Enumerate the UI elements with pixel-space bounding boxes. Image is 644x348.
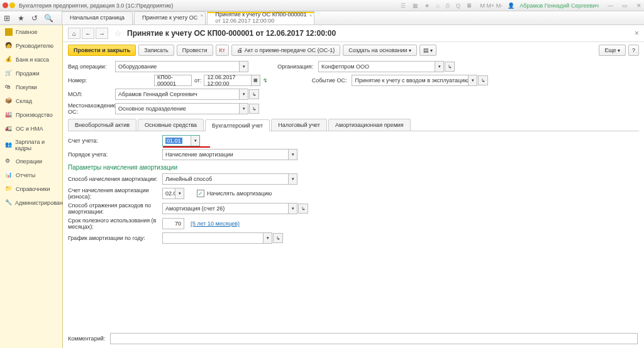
acct2-field[interactable]: 02.01▾ bbox=[162, 188, 184, 199]
amort-checkbox[interactable]: ✓ bbox=[197, 190, 204, 197]
sidebar-item-operations[interactable]: ⚙Операции bbox=[0, 155, 62, 168]
print-button[interactable]: 🖨 Акт о приеме-передаче ОС (ОС-1) bbox=[231, 45, 340, 56]
help-button[interactable]: ? bbox=[628, 45, 639, 56]
tab-accounting[interactable]: Бухгалтерский учет bbox=[205, 119, 270, 131]
method-field[interactable]: Линейный способ▾ bbox=[162, 173, 297, 185]
window-min-icon[interactable]: — bbox=[608, 3, 613, 9]
tab-fixed-assets[interactable]: Основные средства bbox=[138, 119, 204, 131]
close-icon[interactable]: × bbox=[309, 13, 313, 19]
toolbar-icons[interactable]: ☰ ▦ ★ ⌂ ⎙ Q 🖩 bbox=[401, 3, 475, 9]
event-field[interactable]: Принятие к учету с вводом в эксплуатацию… bbox=[352, 75, 477, 86]
sched-field[interactable]: ▾↳ bbox=[162, 232, 272, 244]
event-label: Событие ОС: bbox=[304, 77, 352, 84]
more-button[interactable]: Еще bbox=[599, 45, 626, 56]
sidebar-item-reports[interactable]: 📊Отчеты bbox=[0, 168, 62, 182]
date-label: от: bbox=[194, 77, 201, 84]
tab-tax[interactable]: Налоговый учет bbox=[271, 119, 327, 131]
loc-label: Местонахождение ОС: bbox=[68, 102, 115, 115]
home-button[interactable]: ⌂ bbox=[68, 28, 80, 39]
page-header: ⌂ ← → ☆ Принятие к учету ОС КП00-000001 … bbox=[63, 25, 644, 42]
sidebar-item-assets[interactable]: 🚛ОС и НМА bbox=[0, 122, 62, 136]
main-toolbar: ⊞ ★ ↺ 🔍 Начальная страница Принятие к уч… bbox=[0, 11, 644, 25]
calendar-icon[interactable]: ▦ bbox=[251, 75, 260, 85]
order-label: Порядок учета: bbox=[68, 151, 162, 158]
dt-kt-button[interactable]: Кт bbox=[216, 45, 229, 56]
window-title: Бухгалтерия предприятия, редакция 3.0 (1… bbox=[19, 3, 173, 9]
star-icon[interactable]: ☆ bbox=[114, 29, 122, 38]
date-field[interactable]: 12.06.2017 12:00:00▦ bbox=[204, 75, 260, 86]
content-area: ⌂ ← → ☆ Принятие к учету ОС КП00-000001 … bbox=[63, 25, 644, 348]
action-bar: Провести и закрыть Записать Провести Кт … bbox=[63, 42, 644, 58]
number-label: Номер: bbox=[68, 77, 115, 84]
structure-button[interactable]: ▤ bbox=[419, 45, 436, 56]
save-button[interactable]: Записать bbox=[138, 45, 174, 56]
window-close-icon[interactable]: ✕ bbox=[636, 3, 641, 9]
sidebar-item-stock[interactable]: 📦Склад bbox=[0, 94, 62, 108]
number-field[interactable]: КП00-000001 bbox=[154, 75, 192, 86]
detail-tabs: Внеоборотный актив Основные средства Бух… bbox=[68, 119, 639, 131]
tab-list[interactable]: Принятие к учету ОС× bbox=[134, 11, 206, 24]
sidebar-item-admin[interactable]: 🔧Администрирование bbox=[0, 196, 62, 210]
history-icon[interactable]: ↺ bbox=[28, 12, 42, 24]
navigation-sidebar: Главное 🧑Руководителю 💰Банк и касса 🛒Про… bbox=[0, 25, 63, 348]
mol-field[interactable]: Абрамов Геннадий Сергеевич▾↳ bbox=[115, 89, 248, 100]
refl-label: Способ отражения расходов по амортизации… bbox=[68, 202, 162, 215]
window-titlebar: Бухгалтерия предприятия, редакция 3.0 (1… bbox=[0, 0, 644, 11]
user-name[interactable]: Абрамов Геннадий Сергеевич bbox=[519, 3, 599, 9]
org-label: Организация: bbox=[271, 63, 318, 70]
open-ref-icon[interactable]: ↳ bbox=[298, 204, 308, 214]
open-ref-icon[interactable]: ↳ bbox=[445, 62, 455, 72]
term-hint-link[interactable]: (5 лет 10 месяцев) bbox=[191, 220, 240, 227]
post-and-close-button[interactable]: Провести и закрыть bbox=[68, 45, 136, 56]
tab-asset[interactable]: Внеоборотный актив bbox=[68, 119, 136, 131]
amort-checkbox-label: Начислять амортизацию bbox=[207, 190, 272, 197]
optype-field[interactable]: Оборудование▾ bbox=[115, 61, 248, 72]
acct-field[interactable]: 01.01▾ bbox=[162, 135, 200, 146]
page-close-icon[interactable]: × bbox=[635, 29, 639, 38]
open-ref-icon[interactable]: ↳ bbox=[478, 75, 488, 85]
open-ref-icon[interactable]: ↳ bbox=[249, 104, 259, 114]
close-dot-icon[interactable] bbox=[3, 3, 8, 8]
post-button[interactable]: Провести bbox=[177, 45, 213, 56]
sidebar-item-hr[interactable]: 👥Зарплата и кадры bbox=[0, 136, 62, 155]
tab-start[interactable]: Начальная страница bbox=[62, 11, 133, 24]
tab-document[interactable]: Принятие к учету ОС КП00-000001 от 12.06… bbox=[207, 11, 314, 24]
comment-field[interactable] bbox=[110, 333, 638, 344]
create-based-button[interactable]: Создать на основании bbox=[343, 45, 417, 56]
forward-button[interactable]: → bbox=[96, 28, 108, 39]
sidebar-item-manager[interactable]: 🧑Руководителю bbox=[0, 39, 62, 53]
sidebar-item-main[interactable]: Главное bbox=[0, 25, 62, 39]
sidebar-item-production[interactable]: 🏭Производство bbox=[0, 108, 62, 122]
tab-bonus[interactable]: Амортизационная премия bbox=[328, 119, 411, 131]
sched-label: График амортизации по году: bbox=[68, 235, 162, 241]
tab-bar: Начальная страница Принятие к учету ОС× … bbox=[62, 11, 316, 24]
page-title: Принятие к учету ОС КП00-000001 от 12.06… bbox=[127, 29, 336, 38]
sidebar-item-refs[interactable]: 📁Справочники bbox=[0, 182, 62, 196]
mol-label: МОЛ: bbox=[68, 91, 115, 97]
posted-icon: ↯ bbox=[263, 77, 268, 84]
sidebar-item-sales[interactable]: 🛒Продажи bbox=[0, 67, 62, 80]
term-field[interactable]: 70 bbox=[162, 218, 184, 229]
term-label: Срок полезного использования (в месяцах)… bbox=[68, 217, 162, 230]
close-icon[interactable]: × bbox=[200, 13, 203, 19]
highlight-marker bbox=[163, 146, 210, 148]
apps-icon[interactable]: ⊞ bbox=[0, 12, 14, 24]
optype-label: Вид операции: bbox=[68, 63, 115, 70]
loc-field[interactable]: Основное подразделение▾↳ bbox=[115, 103, 248, 114]
method-label: Способ начисления амортизации: bbox=[68, 176, 162, 182]
sidebar-item-bank[interactable]: 💰Банк и касса bbox=[0, 53, 62, 67]
favorite-icon[interactable]: ★ bbox=[14, 12, 28, 24]
open-ref-icon[interactable]: ↳ bbox=[273, 233, 283, 243]
org-field[interactable]: Конфетпром ООО▾↳ bbox=[318, 61, 444, 72]
order-field[interactable]: Начисление амортизации▾ bbox=[162, 149, 297, 160]
comment-label: Комментарий: bbox=[68, 335, 105, 342]
window-max-icon[interactable]: ▭ bbox=[622, 3, 628, 9]
sidebar-item-purchases[interactable]: 🛍Покупки bbox=[0, 80, 62, 94]
min-dot-icon[interactable] bbox=[9, 3, 15, 8]
open-ref-icon[interactable]: ↳ bbox=[249, 89, 259, 99]
comment-row: Комментарий: bbox=[68, 333, 638, 344]
params-heading: Параметры начисления амортизации bbox=[68, 164, 639, 171]
search-icon[interactable]: 🔍 bbox=[42, 12, 55, 24]
refl-field[interactable]: Амортизация (счет 26)▾↳ bbox=[162, 203, 297, 214]
back-button[interactable]: ← bbox=[82, 28, 94, 39]
